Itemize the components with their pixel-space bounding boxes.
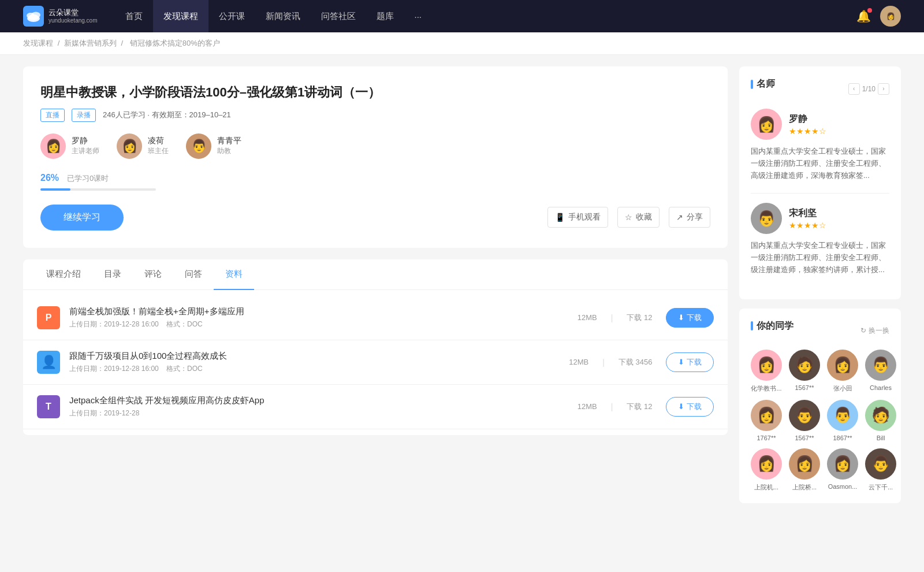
user-avatar[interactable]: 👩	[880, 6, 901, 27]
resource-format-1: 格式：DOC	[166, 365, 203, 373]
mobile-icon: 📱	[555, 213, 565, 222]
teacher-avatar-linghe: 👩	[117, 133, 142, 159]
content-area: 明星中教授课，小学阶段语法100分–强化级第1讲动词（一） 直播 录播 246人…	[23, 66, 728, 512]
progress-percent: 26%	[40, 173, 59, 183]
course-meta: 直播 录播 246人已学习 · 有效期至：2019–10–21	[40, 109, 710, 122]
sidebar-teacher-name-0: 罗静	[789, 113, 826, 125]
teacher-info-qingqingping: 青青平 助教	[217, 136, 241, 156]
refresh-icon: ↻	[860, 326, 866, 335]
nav-item-news[interactable]: 新闻资讯	[255, 0, 311, 32]
classmate-item-7[interactable]: 🧑 Bill	[865, 400, 896, 441]
classmate-avatar-10: 👩	[827, 448, 858, 480]
teacher-item-qingqingping: 👨 青青平 助教	[186, 133, 241, 159]
teacher-avatar-qingqingping: 👨	[186, 133, 211, 159]
tab-intro[interactable]: 课程介绍	[35, 259, 92, 290]
teacher-item-luojing: 👩 罗静 主讲老师	[40, 133, 99, 159]
sidebar-teacher-header-0: 👩 罗静 ★★★★☆	[751, 109, 889, 140]
resource-size-0: 12MB	[578, 313, 597, 322]
breadcrumb-sep-2: /	[121, 39, 125, 47]
classmate-item-6[interactable]: 👨 1867**	[827, 400, 858, 441]
classmate-item-1[interactable]: 🧑 1567**	[789, 350, 820, 393]
action-row: 继续学习 📱 手机观看 ☆ 收藏 ↗ 分享	[40, 205, 710, 231]
classmate-item-8[interactable]: 👩 上院机...	[751, 448, 782, 492]
resource-date-1: 上传日期：2019-12-28 16:00	[69, 365, 159, 373]
nav-logo[interactable]: 云朵课堂 yunduoketang.com	[23, 6, 98, 27]
notification-bell[interactable]: 🔔	[856, 9, 871, 23]
star-icon: ☆	[625, 213, 632, 222]
sidebar-teacher-name-1: 宋利坚	[789, 207, 826, 220]
sidebar-teacher-avatar-1[interactable]: 👨	[751, 203, 782, 234]
nav-item-more[interactable]: ···	[404, 0, 433, 32]
breadcrumb-link-discover[interactable]: 发现课程	[23, 39, 53, 47]
nav-item-discover[interactable]: 发现课程	[153, 0, 208, 32]
tabs-card: 课程介绍 目录 评论 问答 资料 P 前端全栈加强版！前端全栈+全周期+多端应用…	[23, 259, 728, 435]
refresh-classmates-button[interactable]: ↻ 换一换	[860, 326, 889, 336]
share-button[interactable]: ↗ 分享	[669, 207, 710, 228]
progress-bar-bg	[40, 188, 156, 191]
nav-item-quiz[interactable]: 题库	[366, 0, 404, 32]
classmate-name-6: 1867**	[833, 434, 852, 441]
nav-right: 🔔 👩	[856, 6, 901, 27]
classmates-grid: 👩 化学教书... 🧑 1567** 👩 张小田 👨 Charles 👩	[751, 350, 889, 492]
classmate-item-10[interactable]: 👩 Oasmon...	[827, 448, 858, 492]
classmate-name-1: 1567**	[795, 384, 814, 391]
teacher-prev-button[interactable]: ‹	[848, 83, 860, 95]
classmate-item-11[interactable]: 👨 云下千...	[865, 448, 896, 492]
classmate-item-4[interactable]: 👩 1767**	[751, 400, 782, 441]
breadcrumb-sep-1: /	[58, 39, 62, 47]
teacher-divider	[751, 193, 889, 194]
collect-label: 收藏	[636, 212, 652, 222]
resource-info-0: 前端全栈加强版！前端全栈+全周期+多端应用 上传日期：2019-12-28 16…	[69, 306, 568, 329]
classmate-item-2[interactable]: 👩 张小田	[827, 350, 858, 393]
nav-item-home[interactable]: 首页	[115, 0, 153, 32]
classmate-avatar-2: 👩	[827, 350, 858, 381]
classmate-item-9[interactable]: 👩 上院桥...	[789, 448, 820, 492]
classmate-item-0[interactable]: 👩 化学教书...	[751, 350, 782, 393]
collect-button[interactable]: ☆ 收藏	[617, 207, 660, 228]
tab-review[interactable]: 评论	[133, 259, 173, 290]
classmate-name-9: 上院桥...	[792, 483, 817, 492]
action-buttons: 📱 手机观看 ☆ 收藏 ↗ 分享	[547, 207, 710, 228]
classmate-avatar-3: 👨	[865, 350, 896, 381]
teachers-row: 👩 罗静 主讲老师 👩 凌荷 班主任 👨 青青平	[40, 133, 710, 159]
share-label: 分享	[687, 212, 703, 222]
download-button-0[interactable]: ⬇ 下载	[666, 308, 714, 328]
download-button-1[interactable]: ⬇ 下载	[666, 352, 714, 372]
teacher-role-linghe: 班主任	[148, 146, 169, 156]
classmate-name-5: 1567**	[795, 434, 814, 441]
mobile-watch-button[interactable]: 📱 手机观看	[547, 207, 608, 228]
resource-right-2: 12MB | 下载 12 ⬇ 下载	[578, 397, 714, 417]
continue-study-button[interactable]: 继续学习	[40, 205, 124, 231]
classmate-item-3[interactable]: 👨 Charles	[865, 350, 896, 393]
classmate-avatar-4: 👩	[751, 400, 782, 431]
teacher-role-qingqingping: 助教	[217, 146, 241, 156]
classmate-name-3: Charles	[870, 384, 892, 391]
nav-item-public[interactable]: 公开课	[208, 0, 255, 32]
classmate-avatar-8: 👩	[751, 448, 782, 480]
classmate-name-11: 云下千...	[869, 483, 893, 492]
tab-qa[interactable]: 问答	[173, 259, 214, 290]
download-button-2[interactable]: ⬇ 下载	[666, 397, 714, 417]
sidebar-teacher-avatar-0[interactable]: 👩	[751, 109, 782, 140]
classmate-name-8: 上院机...	[754, 483, 778, 492]
classmate-avatar-9: 👩	[789, 448, 820, 480]
sidebar-teacher-desc-0: 国内某重点大学安全工程专业硕士，国家一级注册消防工程师、注册安全工程师、高级注册…	[751, 146, 889, 181]
navigation: 云朵课堂 yunduoketang.com 首页 发现课程 公开课 新闻资讯 问…	[0, 0, 924, 32]
tab-catalog[interactable]: 目录	[92, 259, 133, 290]
teacher-info-luojing: 罗静 主讲老师	[72, 136, 99, 156]
sidebar-teacher-info-0: 罗静 ★★★★☆	[789, 113, 826, 136]
sidebar-teacher-desc-1: 国内某重点大学安全工程专业硕士，国家一级注册消防工程师、注册安全工程师、级注册建…	[751, 240, 889, 276]
resource-name-0: 前端全栈加强版！前端全栈+全周期+多端应用	[69, 306, 568, 317]
breadcrumb-link-series[interactable]: 新媒体营销系列	[64, 39, 117, 47]
sidebar-teacher-0: 👩 罗静 ★★★★☆ 国内某重点大学安全工程专业硕士，国家一级注册消防工程师、注…	[751, 109, 889, 181]
classmate-name-2: 张小田	[833, 384, 852, 393]
nav-item-qa[interactable]: 问答社区	[311, 0, 366, 32]
tab-resources[interactable]: 资料	[214, 259, 254, 290]
teacher-next-button[interactable]: ›	[878, 83, 889, 95]
sidebar-teacher-1: 👨 宋利坚 ★★★★☆ 国内某重点大学安全工程专业硕士，国家一级注册消防工程师、…	[751, 203, 889, 276]
sidebar-teacher-stars-0: ★★★★☆	[789, 127, 826, 136]
badge-live: 直播	[40, 109, 65, 122]
classmates-header: 你的同学 ↻ 换一换	[751, 320, 889, 341]
teacher-name-qingqingping: 青青平	[217, 136, 241, 146]
classmate-item-5[interactable]: 👨 1567**	[789, 400, 820, 441]
